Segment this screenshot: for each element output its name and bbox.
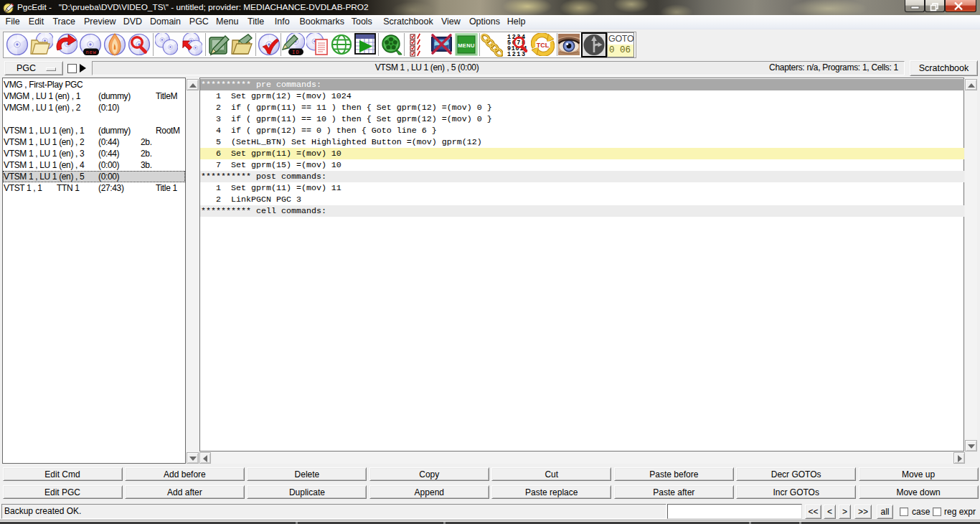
svg-text:1213: 1213 xyxy=(507,51,525,57)
svg-text:MENU: MENU xyxy=(458,42,475,49)
svg-text:TCL: TCL xyxy=(537,42,550,49)
svg-text:ID: ID xyxy=(292,50,300,55)
svg-text:new: new xyxy=(85,50,96,55)
